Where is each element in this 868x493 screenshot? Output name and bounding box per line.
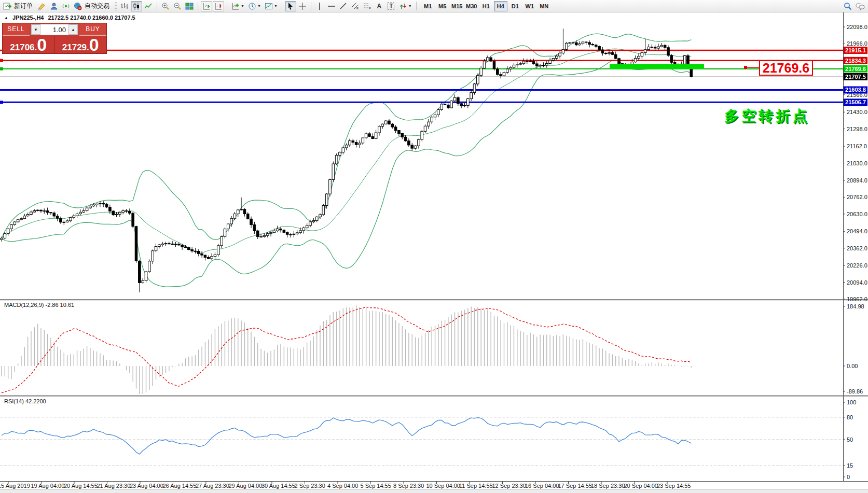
bollinger-lower <box>2 60 691 287</box>
new-order-button[interactable]: 新订单 <box>2 1 36 11</box>
templates-button[interactable]: ▼ <box>263 1 279 11</box>
auto-scroll-button[interactable] <box>201 1 212 11</box>
price-tick-label: 20762.0 <box>847 194 867 200</box>
bottom-scroll-strip <box>0 489 868 493</box>
timeframe-h1[interactable]: H1 <box>479 1 493 11</box>
profile-button[interactable] <box>48 1 60 11</box>
timeframe-m15[interactable]: M15 <box>450 1 464 11</box>
line-chart-icon <box>144 2 153 10</box>
trendline-button[interactable] <box>338 1 349 11</box>
sell-price[interactable]: 21706 . 0 <box>3 36 54 53</box>
macd-scale-label: -89.86 <box>847 388 863 395</box>
rsi-scale-label: 0 <box>847 474 850 480</box>
arrows-tool-button[interactable]: ▼ <box>397 1 414 11</box>
volume-input[interactable]: 1.00 <box>40 24 68 35</box>
zoom-in-button[interactable] <box>160 1 171 11</box>
candlestick-icon <box>132 2 141 10</box>
timeframe-m1[interactable]: M1 <box>421 1 435 11</box>
callout-handle[interactable] <box>744 66 747 69</box>
cursor-icon <box>286 2 295 10</box>
candlestick-chart-button[interactable] <box>131 1 142 11</box>
price-tick-label: 20362.0 <box>847 245 867 251</box>
auto-trading-icon <box>74 2 82 10</box>
auto-trading-button[interactable]: 自动交易 <box>72 1 113 11</box>
periods-button[interactable]: ▼ <box>246 1 263 11</box>
timeframe-m30[interactable]: M30 <box>465 1 478 11</box>
templates-icon <box>265 2 273 10</box>
price-badge-label: 21506.7 <box>845 99 866 105</box>
price-callout-box[interactable]: 21769.6 <box>759 60 813 76</box>
svg-text:E: E <box>356 7 359 10</box>
price-tick-label: 20226.0 <box>847 262 867 269</box>
one-click-trading-panel: SELL ▼ 1.00 ▲ BUY 21706 . 0 21729 . 0 <box>2 23 107 54</box>
one-click-price-row: 21706 . 0 21729 . 0 <box>3 36 106 53</box>
support-highlight-bar[interactable] <box>610 64 704 69</box>
time-axis-label: 2 Sep 23:30 <box>295 483 325 489</box>
price-tick-label: 21298.0 <box>847 126 867 132</box>
hline-handle[interactable] <box>0 101 3 104</box>
chat-button[interactable] <box>854 1 866 11</box>
buy-button[interactable]: BUY <box>79 23 106 36</box>
timeframe-m5[interactable]: M5 <box>436 1 449 11</box>
cursor-button[interactable] <box>285 1 296 11</box>
channel-icon: E <box>351 2 360 10</box>
indicators-icon <box>231 2 240 10</box>
candlestick-series <box>1 29 693 292</box>
timeframe-w1[interactable]: W1 <box>523 1 536 11</box>
hline-handle[interactable] <box>0 59 3 62</box>
price-tick-label: 20494.0 <box>847 228 867 234</box>
chart-shift-button[interactable] <box>213 1 224 11</box>
vertical-line-button[interactable] <box>314 1 325 11</box>
hline-handle[interactable] <box>0 67 3 71</box>
volume-increase-button[interactable]: ▲ <box>68 24 78 35</box>
chart-shift-icon <box>214 2 223 10</box>
arrows-dropdown-caret: ▼ <box>408 4 412 8</box>
tile-windows-button[interactable] <box>184 1 195 11</box>
rsi-scale-label: 15 <box>847 462 853 469</box>
signal-icon <box>62 2 70 10</box>
macd-indicator <box>2 305 691 394</box>
price-tick-label: 19962.0 <box>847 296 867 302</box>
time-axis-label: 18 Sep 23:30 <box>591 483 625 489</box>
highlighter-button[interactable] <box>36 1 48 11</box>
new-order-label: 新订单 <box>12 2 34 10</box>
bar-chart-button[interactable] <box>119 1 130 11</box>
chat-icon <box>856 2 865 10</box>
text-tool-button[interactable]: A <box>374 1 385 11</box>
chart-collapse-arrow[interactable]: ▲ <box>4 16 8 20</box>
channel-button[interactable]: E <box>350 1 361 11</box>
horizontal-line-button[interactable] <box>326 1 337 11</box>
templates-dropdown-caret: ▼ <box>274 4 278 8</box>
timeframe-h4[interactable]: H4 <box>494 1 507 11</box>
zoom-out-button[interactable] <box>172 1 183 11</box>
indicators-button[interactable]: ▼ <box>230 1 246 11</box>
svg-text:F: F <box>369 7 371 10</box>
volume-decrease-button[interactable]: ▼ <box>31 24 40 35</box>
time-axis-label: 30 Aug 14:55 <box>261 483 295 489</box>
fibonacci-button[interactable]: F <box>362 1 373 11</box>
vertical-line-icon <box>315 2 324 10</box>
time-axis-label: 16 Sep 04:00 <box>525 483 559 489</box>
price-tick-label: 22098.0 <box>847 24 867 30</box>
timeframe-mn[interactable]: MN <box>538 1 551 11</box>
crosshair-button[interactable] <box>297 1 308 11</box>
label-tool-button[interactable]: T <box>385 1 397 11</box>
time-axis-label: 20 Sep 04:00 <box>624 483 658 489</box>
rsi-label: RSI(14) 42.2200 <box>4 398 46 404</box>
buy-price[interactable]: 21729 . 0 <box>54 36 107 53</box>
timeframe-d1[interactable]: D1 <box>508 1 522 11</box>
main-toolbar: 新订单 自动交易 <box>0 0 868 12</box>
line-chart-button[interactable] <box>143 1 154 11</box>
label-tool-glyph: T <box>388 2 394 10</box>
toolbar-separator <box>198 2 198 10</box>
ohlc-bars-icon <box>120 2 129 10</box>
turning-point-note[interactable]: 多空转折点 <box>724 106 810 126</box>
chart-symbol-period: JPN225-,H4 <box>12 15 44 21</box>
time-axis-label: 15 Aug 2019 <box>0 483 30 489</box>
sell-button[interactable]: SELL <box>3 23 30 36</box>
search-button[interactable] <box>842 1 853 11</box>
auto-trading-label: 自动交易 <box>83 2 111 10</box>
signal-button[interactable] <box>60 1 72 11</box>
macd-scale-label: 0.00 <box>847 363 858 369</box>
one-click-top-row: SELL ▼ 1.00 ▲ BUY <box>3 23 106 36</box>
